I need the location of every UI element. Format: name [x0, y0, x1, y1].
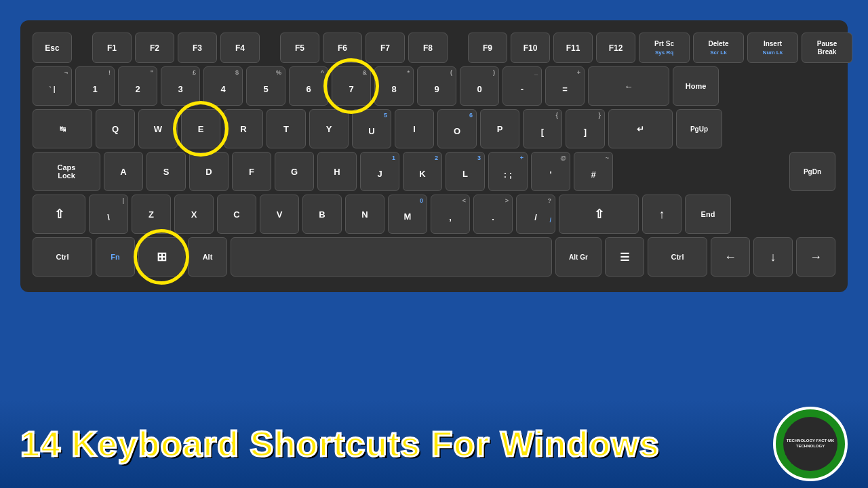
asdf-row: CapsLock A S D F G H 1 J 2 K 3 L + : ; @… [33, 152, 835, 191]
bottom-bar: 14 Keyboard Shortcuts For Windows TECHNO… [0, 400, 868, 488]
key-c[interactable]: C [217, 195, 256, 234]
key-capslock[interactable]: CapsLock [33, 152, 100, 191]
key-end[interactable]: End [685, 195, 731, 234]
key-f[interactable]: F [232, 152, 271, 191]
logo-circle: TECHNOLOGY FACT-MK TECHNOLOGY [773, 407, 848, 481]
key-prtsc[interactable]: Prt ScSys Rq [639, 33, 690, 63]
key-f7[interactable]: F7 [366, 33, 405, 63]
key-slash[interactable]: ? / / [516, 195, 555, 234]
key-5[interactable]: % 5 [246, 66, 285, 106]
key-backtick[interactable]: ¬ ` | [33, 66, 72, 106]
key-s[interactable]: S [146, 152, 186, 191]
key-f1[interactable]: F1 [92, 33, 132, 63]
key-pgup[interactable]: PgUp [676, 109, 722, 148]
key-fn[interactable]: Fn [96, 237, 135, 277]
key-equals[interactable]: + = [545, 66, 585, 106]
key-p[interactable]: P [480, 109, 519, 148]
key-period[interactable]: > . [473, 195, 513, 234]
key-f11[interactable]: F11 [553, 33, 593, 63]
logo-text: TECHNOLOGY FACT-MK TECHNOLOGY [787, 439, 835, 449]
key-backslash[interactable]: | \ [89, 195, 128, 234]
key-r[interactable]: R [224, 109, 263, 148]
key-f10[interactable]: F10 [511, 33, 550, 63]
key-semicolon[interactable]: + : ; [488, 152, 528, 191]
key-insert[interactable]: InsertNum Lk [747, 33, 798, 63]
key-t[interactable]: T [267, 109, 306, 148]
key-minus[interactable]: _ - [502, 66, 542, 106]
key-8[interactable]: * 8 [374, 66, 414, 106]
key-h[interactable]: H [317, 152, 357, 191]
key-ctrl-left[interactable]: Ctrl [33, 237, 92, 277]
key-q[interactable]: Q [96, 109, 135, 148]
key-f9[interactable]: F9 [468, 33, 507, 63]
key-f8[interactable]: F8 [408, 33, 448, 63]
key-right[interactable]: → [796, 237, 835, 277]
key-z[interactable]: Z [132, 195, 171, 234]
key-i[interactable]: I [395, 109, 434, 148]
key-9[interactable]: ( 9 [417, 66, 456, 106]
key-f4[interactable]: F4 [220, 33, 260, 63]
keyboard-container: Esc F1 F2 F3 F4 F5 F6 F7 F8 F9 F10 F11 F… [20, 20, 848, 292]
key-ctrl-right[interactable]: Ctrl [648, 237, 707, 277]
key-shift-left[interactable]: ⇧ [33, 195, 85, 234]
key-backspace[interactable]: ← [588, 66, 669, 106]
key-f5[interactable]: F5 [280, 33, 319, 63]
key-comma[interactable]: < , [431, 195, 470, 234]
key-o[interactable]: 6 O [437, 109, 477, 148]
key-down[interactable]: ↓ [753, 237, 793, 277]
key-0[interactable]: ) 0 [460, 66, 499, 106]
key-f3[interactable]: F3 [178, 33, 217, 63]
key-lbracket[interactable]: { [ [523, 109, 562, 148]
key-up[interactable]: ↑ [642, 195, 682, 234]
key-space[interactable] [231, 237, 552, 277]
key-b[interactable]: B [302, 195, 342, 234]
key-delete[interactable]: DeleteScr Lk [693, 33, 744, 63]
key-x[interactable]: X [174, 195, 214, 234]
key-y[interactable]: Y [309, 109, 349, 148]
bottom-row: Ctrl Fn ⊞ Alt Alt Gr ☰ Ctrl ← ↓ → [33, 237, 835, 277]
key-rbracket[interactable]: } ] [566, 109, 605, 148]
key-quote[interactable]: @ ' [531, 152, 570, 191]
key-v[interactable]: V [260, 195, 299, 234]
key-u[interactable]: 5 U [352, 109, 391, 148]
key-3[interactable]: £ 3 [161, 66, 200, 106]
qwerty-row: ↹ Q W E R T Y 5 U I 6 O P { [ } ] ↵ [33, 109, 835, 148]
zxcv-row: ⇧ | \ Z X C V B N 0 M < , > . ? / / ⇧ [33, 195, 835, 234]
key-f6[interactable]: F6 [323, 33, 362, 63]
key-k[interactable]: 2 K [403, 152, 442, 191]
fn-row: Esc F1 F2 F3 F4 F5 F6 F7 F8 F9 F10 F11 F… [33, 33, 835, 63]
key-tab[interactable]: ↹ [33, 109, 92, 148]
key-m[interactable]: 0 M [388, 195, 427, 234]
key-2[interactable]: " 2 [118, 66, 157, 106]
key-w[interactable]: W [138, 109, 178, 148]
key-pgdn[interactable]: PgDn [789, 152, 835, 191]
key-n[interactable]: N [345, 195, 384, 234]
key-left[interactable]: ← [711, 237, 750, 277]
key-shift-right[interactable]: ⇧ [559, 195, 639, 234]
key-e[interactable]: E [181, 109, 220, 148]
key-4[interactable]: $ 4 [203, 66, 243, 106]
key-home[interactable]: Home [673, 66, 719, 106]
key-7[interactable]: & 7 [332, 66, 371, 106]
key-6[interactable]: ^ 6 [289, 66, 328, 106]
key-l[interactable]: 3 L [446, 152, 485, 191]
number-row: ¬ ` | ! 1 " 2 £ 3 $ 4 % 5 ^ 6 & 7 [33, 66, 835, 106]
key-hash[interactable]: ~ # [574, 152, 613, 191]
key-j[interactable]: 1 J [360, 152, 399, 191]
key-menu[interactable]: ☰ [605, 237, 644, 277]
key-pause[interactable]: PauseBreak [802, 33, 852, 63]
key-1[interactable]: ! 1 [75, 66, 115, 106]
key-enter[interactable]: ↵ [608, 109, 673, 148]
key-f2[interactable]: F2 [135, 33, 174, 63]
key-alt-left[interactable]: Alt [188, 237, 227, 277]
key-d[interactable]: D [189, 152, 229, 191]
key-a[interactable]: A [104, 152, 143, 191]
logo-inner: TECHNOLOGY FACT-MK TECHNOLOGY [783, 417, 837, 471]
key-f12[interactable]: F12 [596, 33, 635, 63]
key-altgr[interactable]: Alt Gr [555, 237, 601, 277]
key-win[interactable]: ⊞ [138, 237, 184, 277]
key-g[interactable]: G [275, 152, 314, 191]
key-esc[interactable]: Esc [33, 33, 72, 63]
title-text: 14 Keyboard Shortcuts For Windows [20, 424, 660, 464]
